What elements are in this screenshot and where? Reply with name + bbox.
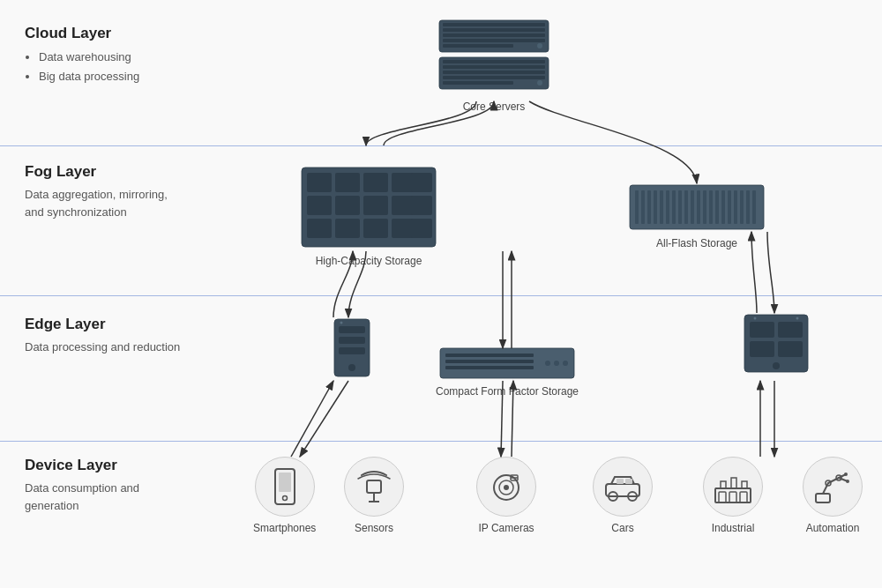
svg-rect-54 bbox=[339, 347, 365, 354]
edge-layer-title: Edge Layer bbox=[25, 316, 180, 333]
svg-rect-83 bbox=[606, 484, 639, 496]
cloud-bullet-1: Data warehousing bbox=[39, 48, 139, 67]
svg-rect-17 bbox=[363, 173, 388, 192]
svg-rect-5 bbox=[443, 44, 513, 48]
svg-rect-29 bbox=[411, 219, 432, 238]
svg-rect-50 bbox=[752, 190, 756, 224]
svg-rect-3 bbox=[443, 33, 545, 37]
svg-rect-33 bbox=[647, 190, 651, 224]
svg-rect-32 bbox=[641, 190, 645, 224]
compact-storage-icon bbox=[437, 346, 578, 380]
high-capacity-storage-label: High-Capacity Storage bbox=[316, 255, 422, 267]
core-servers-label: Core Servers bbox=[463, 100, 526, 113]
svg-rect-8 bbox=[443, 60, 545, 63]
svg-rect-39 bbox=[684, 190, 688, 224]
svg-point-71 bbox=[796, 317, 799, 320]
sensors-device: Sensors bbox=[344, 457, 404, 534]
svg-rect-22 bbox=[363, 196, 388, 215]
compact-storage-item: Compact Form Factor Storage bbox=[432, 346, 582, 398]
cloud-layer-bullets: Data warehousing Big data processing bbox=[25, 48, 139, 86]
cars-device: Cars bbox=[593, 457, 653, 534]
svg-rect-31 bbox=[635, 190, 639, 224]
svg-rect-48 bbox=[740, 190, 744, 224]
svg-rect-52 bbox=[339, 326, 365, 333]
svg-rect-2 bbox=[443, 28, 545, 32]
device-layer-desc: Data consumption and generation bbox=[25, 480, 183, 514]
svg-rect-24 bbox=[411, 196, 432, 215]
svg-rect-45 bbox=[721, 190, 725, 224]
smartphone-icon bbox=[272, 467, 298, 506]
svg-point-69 bbox=[773, 362, 780, 369]
edge-nas-right-item bbox=[741, 313, 811, 379]
svg-rect-16 bbox=[335, 173, 360, 192]
svg-rect-37 bbox=[672, 190, 676, 224]
edge-nas-right-icon bbox=[741, 313, 811, 379]
svg-point-70 bbox=[754, 317, 757, 320]
automation-device: Automation bbox=[803, 457, 863, 534]
divider-edge-device bbox=[0, 441, 882, 442]
svg-rect-88 bbox=[715, 488, 751, 502]
edge-layer-label: Edge Layer Data processing and reduction bbox=[25, 316, 180, 356]
svg-rect-27 bbox=[363, 219, 388, 238]
svg-rect-15 bbox=[307, 173, 332, 192]
ip-cameras-label: IP Cameras bbox=[478, 522, 534, 534]
svg-rect-21 bbox=[335, 196, 360, 215]
svg-point-13 bbox=[537, 80, 542, 86]
svg-point-62 bbox=[554, 361, 559, 366]
camera-icon bbox=[486, 470, 527, 503]
core-servers-icon bbox=[432, 16, 556, 95]
svg-rect-43 bbox=[709, 190, 713, 224]
svg-rect-60 bbox=[445, 366, 534, 369]
svg-rect-93 bbox=[731, 478, 736, 488]
svg-rect-42 bbox=[703, 190, 706, 224]
edge-nas-left-item bbox=[325, 317, 377, 383]
svg-rect-86 bbox=[617, 479, 624, 484]
svg-rect-20 bbox=[307, 196, 332, 215]
automation-label: Automation bbox=[806, 522, 860, 534]
svg-point-63 bbox=[563, 361, 568, 366]
svg-rect-67 bbox=[750, 341, 774, 357]
smartphones-label: Smartphones bbox=[253, 522, 316, 534]
svg-rect-4 bbox=[443, 39, 545, 42]
fog-layer-title: Fog Layer bbox=[25, 163, 183, 181]
cloud-layer-title: Cloud Layer bbox=[25, 25, 139, 42]
edge-nas-left-icon bbox=[327, 317, 376, 383]
svg-rect-75 bbox=[367, 480, 381, 493]
svg-rect-90 bbox=[729, 492, 736, 502]
high-capacity-storage-icon bbox=[298, 166, 439, 249]
car-icon bbox=[602, 472, 643, 502]
all-flash-storage-item: All-Flash Storage bbox=[626, 183, 767, 249]
compact-storage-label: Compact Form Factor Storage bbox=[436, 385, 579, 398]
high-capacity-storage-item: High-Capacity Storage bbox=[298, 166, 439, 267]
svg-rect-53 bbox=[339, 337, 365, 344]
svg-rect-41 bbox=[697, 190, 700, 224]
svg-rect-65 bbox=[750, 322, 774, 338]
svg-rect-47 bbox=[734, 190, 737, 224]
iot-architecture-diagram: { "layers": { "cloud": { "title": "Cloud… bbox=[0, 0, 882, 588]
svg-rect-11 bbox=[443, 76, 545, 79]
svg-point-104 bbox=[846, 480, 849, 483]
svg-rect-96 bbox=[816, 494, 830, 502]
smartphones-device: Smartphones bbox=[253, 457, 316, 534]
svg-rect-68 bbox=[778, 341, 803, 357]
cloud-bullet-2: Big data processing bbox=[39, 67, 139, 86]
svg-rect-35 bbox=[660, 190, 663, 224]
industrial-label: Industrial bbox=[712, 522, 755, 534]
svg-point-56 bbox=[340, 322, 342, 324]
svg-rect-87 bbox=[625, 479, 632, 484]
svg-rect-34 bbox=[654, 190, 657, 224]
sensors-label: Sensors bbox=[355, 522, 393, 534]
svg-rect-12 bbox=[443, 81, 513, 85]
svg-rect-94 bbox=[742, 481, 747, 488]
all-flash-storage-icon bbox=[626, 183, 767, 232]
industrial-device: Industrial bbox=[703, 457, 763, 534]
svg-point-80 bbox=[504, 485, 509, 490]
fog-layer-label: Fog Layer Data aggregation, mirroring, a… bbox=[25, 163, 183, 220]
cars-label: Cars bbox=[611, 522, 633, 534]
svg-rect-9 bbox=[443, 65, 545, 69]
device-layer-label: Device Layer Data consumption and genera… bbox=[25, 457, 183, 514]
svg-rect-58 bbox=[445, 354, 534, 357]
industrial-icon bbox=[714, 469, 752, 504]
automation-icon bbox=[812, 469, 853, 504]
cloud-layer-label: Cloud Layer Data warehousing Big data pr… bbox=[25, 25, 139, 86]
